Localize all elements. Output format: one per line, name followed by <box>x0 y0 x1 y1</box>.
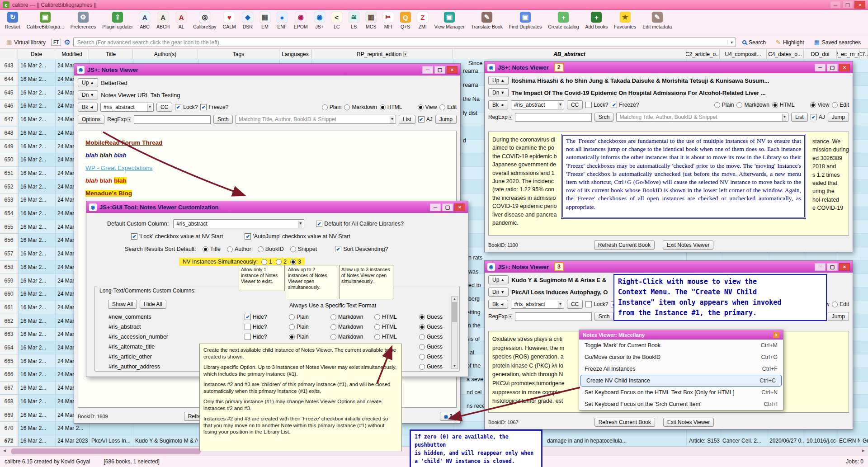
guess-radio[interactable]: Guess <box>419 334 443 340</box>
maximize-icon[interactable]: ▢ <box>827 64 838 71</box>
search-button[interactable]: Search <box>739 38 769 47</box>
nv1-create-child-button[interactable]: ◉ 2 <box>440 412 457 421</box>
column-header-u2-ec-rn-n[interactable]: U2_ec_rn_n... <box>837 49 860 59</box>
close-icon[interactable]: × <box>447 66 458 74</box>
hide-all-button[interactable]: Hide All <box>140 300 166 309</box>
minimize-icon[interactable]: ─ <box>830 1 841 9</box>
guess-radio[interactable]: Guess <box>419 314 443 320</box>
column-header-date[interactable]: Date <box>18 49 55 59</box>
close-icon[interactable]: × <box>854 1 865 9</box>
toolbar-item-dsr[interactable]: ◆DSR <box>239 11 256 30</box>
nv1-view-radio[interactable]: View <box>418 104 437 110</box>
plain-radio[interactable]: Plain <box>289 314 309 320</box>
saved-searches-button[interactable]: ▦ Saved searches <box>811 38 864 47</box>
toolbar-item-calm[interactable]: ♥CALM <box>220 11 239 30</box>
autojump-at-start-checkbox[interactable]: 'AutoJump' checkbox value at NV Start <box>245 233 350 240</box>
toolbar-item-preferences[interactable]: ⚙Preferences <box>67 11 99 30</box>
nv1-markdown-radio[interactable]: Markdown <box>344 104 377 110</box>
nv2-freeze-checkbox[interactable]: Freeze? <box>611 102 639 108</box>
plain-radio[interactable]: Plain <box>289 324 309 330</box>
nv2-markdown-radio[interactable]: Markdown <box>736 102 769 108</box>
toolbar-item-create-catalog[interactable]: +Create catalog <box>545 11 582 30</box>
column-header-u4-composit[interactable]: U4_composit... <box>720 49 767 59</box>
nv1-content-line[interactable]: blah blah blah <box>78 149 456 162</box>
toolbar-item-q-s[interactable]: QQ+S <box>397 11 414 30</box>
default-column-combo[interactable]: #ris_abstract <box>173 219 304 228</box>
column-header-ab-abstract[interactable]: AB_abstract <box>453 49 686 59</box>
nv-instances-3-radio[interactable]: 3 <box>290 259 301 265</box>
nv3-refresh-button[interactable]: Refresh Current Book <box>594 418 655 427</box>
toolbar-item-enf[interactable]: ●ENF <box>274 11 291 30</box>
nv2-html-radio[interactable]: HTML <box>772 102 795 108</box>
nv2-exit-button[interactable]: Exit Notes Viewer <box>663 241 713 250</box>
toolbar-item-find-duplicates[interactable]: ▣Find Duplicates <box>506 11 545 30</box>
html-radio[interactable]: HTML <box>374 334 397 340</box>
toolbar-item-mfi[interactable]: ✂MFI <box>380 11 397 30</box>
nv1-column-combo[interactable]: #ris_abstract <box>100 103 154 112</box>
close-icon[interactable]: × <box>839 64 850 71</box>
nv1-srch-button[interactable]: Srch <box>213 115 233 124</box>
column-header-c4-dates-o[interactable]: C4_dates_o... <box>767 49 804 59</box>
default-all-libraries-checkbox[interactable]: Default for All Calibre Libraries? <box>316 221 404 227</box>
nv1-back-button[interactable]: Bk◄ <box>78 103 98 112</box>
close-icon[interactable]: × <box>454 203 465 211</box>
sort-snippet-radio[interactable]: Snippet <box>290 246 317 252</box>
guess-radio[interactable]: Guess <box>419 354 443 360</box>
dialog-titlebar[interactable]: ◉ JS+:GUI Tool: Notes Viewer Customizati… <box>86 201 468 213</box>
menu-item-go-move-cursor-to-the-bookid[interactable]: Go/Move cursor to the BookIDCtrl+G <box>579 351 783 363</box>
maximize-icon[interactable]: ▢ <box>434 66 445 74</box>
search-history-chevron-icon[interactable]: ▾ <box>727 40 736 45</box>
toolbar-item-js[interactable]: ◉JS+ <box>311 11 328 30</box>
column-header-tags[interactable]: Tags <box>198 49 279 59</box>
nv2-match-combo[interactable]: Matching Title, Author, BookID & Snippet <box>616 113 788 122</box>
full-text-search-button[interactable]: FT <box>51 39 61 46</box>
hide-checkbox[interactable]: Hide? <box>245 314 267 320</box>
nv3-regexp-input[interactable] <box>515 312 592 321</box>
toolbar-item-al[interactable]: AAL <box>173 11 190 30</box>
column-header-do-doi[interactable]: DO_doi <box>804 49 837 59</box>
nv1-lock-checkbox[interactable]: Lock? <box>175 104 198 110</box>
nv3-edit-radio[interactable]: Edit <box>832 301 849 307</box>
toolbar-item-ls[interactable]: ≋LS <box>345 11 363 30</box>
nv2-list-button[interactable]: List <box>791 113 808 122</box>
nv1-content-line[interactable]: WP - Great Expectations <box>78 162 456 175</box>
toolbar-item-epom[interactable]: ◉EPOM <box>291 11 311 30</box>
guess-radio[interactable]: Guess <box>419 344 443 350</box>
maximize-icon[interactable]: ▢ <box>442 203 453 211</box>
nv2-back-button[interactable]: Bk◄ <box>488 100 508 109</box>
nv2-up-button[interactable]: Up▲ <box>488 76 509 85</box>
toolbar-item-abc[interactable]: AABC <box>136 11 153 30</box>
maximize-icon[interactable]: ▢ <box>827 263 838 271</box>
nv3-exit-button[interactable]: Exit Notes Viewer <box>663 418 714 427</box>
toolbar-item-translate-book[interactable]: ✎Translate Book <box>468 11 506 30</box>
guess-radio[interactable]: Guess <box>419 324 443 330</box>
markdown-radio[interactable]: Markdown <box>330 314 363 320</box>
nv1-options-button[interactable]: Options <box>78 115 104 124</box>
toolbar-item-plugin-updater[interactable]: ⇪Plugin updater <box>99 11 136 30</box>
nv1-regexp-input[interactable] <box>134 115 211 124</box>
close-icon[interactable]: x <box>773 332 779 338</box>
nv3-titlebar[interactable]: ◉ JS+: Notes Viewer 3 ─ ▢ × <box>485 261 853 273</box>
dialog-list-scrollbar[interactable]: ▲ ▼ <box>451 296 458 369</box>
sort-author-radio[interactable]: Author <box>227 246 251 252</box>
menu-item-set-keyboard-focus-on-the-html-text-box-only-for-html[interactable]: Set Keyboard Focus on the HTML Text Box … <box>579 387 783 398</box>
nv1-jump-button[interactable]: Jump <box>435 115 457 124</box>
sort-descending-checkbox[interactable]: Sort Descending? <box>335 246 388 252</box>
toolbar-item-em[interactable]: ▦EM <box>256 11 274 30</box>
minimize-icon[interactable]: ─ <box>815 64 826 71</box>
nv2-plain-radio[interactable]: Plain <box>714 102 734 108</box>
nv1-edit-radio[interactable]: Edit <box>439 104 457 110</box>
nv2-aj-checkbox[interactable]: AJ <box>811 114 825 120</box>
toolbar-item-favourites[interactable]: ★Favourites <box>611 11 639 30</box>
nv1-list-button[interactable]: List <box>399 115 415 124</box>
nv1-match-combo[interactable]: Matching Title, Author, BookID & Snippet <box>236 115 396 124</box>
toolbar-item-edit-metadata[interactable]: ✎Edit metadata <box>639 11 675 30</box>
html-radio[interactable]: HTML <box>374 324 397 330</box>
show-all-button[interactable]: Show All <box>108 300 137 309</box>
nv3-back-button[interactable]: Bk◄ <box>488 300 508 309</box>
nv2-note-content[interactable]: During the coronavirus diaimed to examin… <box>488 132 849 236</box>
minimize-icon[interactable]: ─ <box>430 203 441 211</box>
nv2-jump-button[interactable]: Jump <box>828 113 849 122</box>
minimize-icon[interactable]: ─ <box>815 263 826 271</box>
nv2-down-button[interactable]: Dn▼ <box>488 88 509 97</box>
